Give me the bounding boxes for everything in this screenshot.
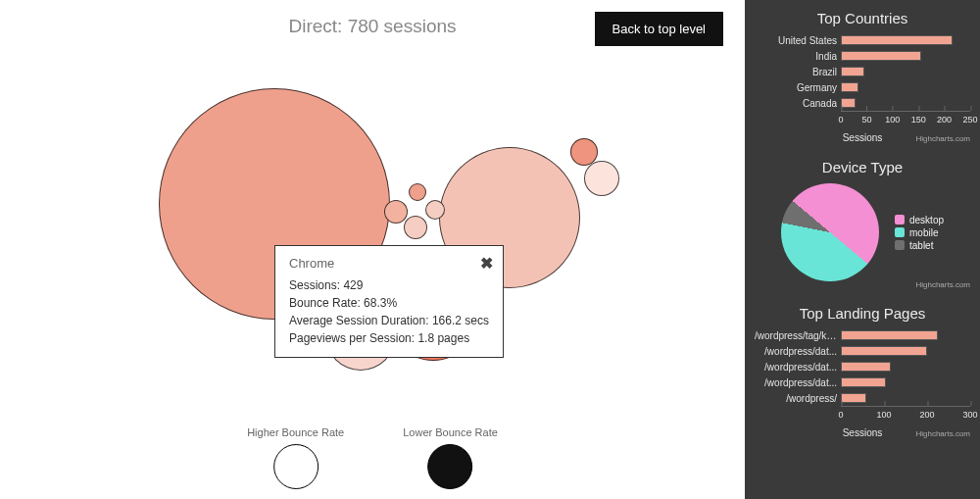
legend-lower-bounce: Lower Bounce Rate — [403, 426, 498, 489]
bar-label: /wordpress/ — [755, 393, 841, 404]
legend-circle-light — [273, 444, 318, 489]
axis-tick: 100 — [876, 407, 891, 420]
legend-higher-bounce: Higher Bounce Rate — [247, 426, 344, 489]
device-type-panel: Device Type desktopmobiletablet Highchar… — [745, 155, 980, 291]
table-row[interactable]: Germany — [755, 79, 970, 95]
axis-tick: 0 — [838, 407, 843, 420]
bar-fill — [841, 393, 866, 403]
bar-label: Germany — [755, 82, 841, 93]
legend-circle-dark — [428, 444, 473, 489]
legend-swatch — [895, 240, 905, 250]
panel-title-countries: Top Countries — [755, 10, 970, 26]
bar-label: Brazil — [755, 67, 841, 77]
legend-label: tablet — [909, 240, 933, 251]
tooltip: Chrome ✖ Sessions: 429 Bounce Rate: 68.3… — [274, 245, 504, 358]
table-row[interactable]: /wordpress/dat... — [755, 374, 970, 390]
legend-swatch — [895, 227, 905, 237]
table-row[interactable]: /wordpress/tag/kaggle/ — [755, 327, 970, 343]
table-row[interactable]: /wordpress/ — [755, 390, 970, 406]
highcharts-credit[interactable]: Highcharts.com — [915, 134, 970, 143]
close-icon[interactable]: ✖ — [480, 254, 493, 273]
bar-label: /wordpress/dat... — [755, 362, 841, 373]
bar-fill — [841, 377, 886, 387]
tooltip-duration: Average Session Duration: 166.2 secs — [289, 312, 489, 329]
axis-tick: 50 — [861, 112, 871, 125]
panel-title-device: Device Type — [755, 159, 970, 175]
legend-swatch — [895, 215, 905, 225]
axis-tick: 150 — [911, 112, 926, 125]
bubble-bubble-h[interactable] — [404, 216, 427, 239]
top-landing-chart[interactable]: /wordpress/tag/kaggle//wordpress/dat.../… — [755, 327, 970, 438]
axis-tick: 0 — [838, 112, 843, 125]
bar-label: /wordpress/dat... — [755, 346, 841, 357]
bar-fill — [841, 330, 938, 340]
table-row[interactable]: /wordpress/dat... — [755, 359, 970, 374]
legend-label: desktop — [909, 215, 944, 225]
top-countries-panel: Top Countries United StatesIndiaBrazilGe… — [745, 6, 980, 145]
bar-fill — [841, 67, 864, 76]
bar-label: /wordpress/dat... — [755, 377, 841, 388]
bar-label: United States — [755, 35, 841, 46]
axis-tick: 200 — [937, 112, 952, 125]
table-row[interactable]: Canada — [755, 95, 970, 111]
tooltip-title: Chrome — [289, 256, 489, 271]
highcharts-credit[interactable]: Highcharts.com — [915, 280, 970, 289]
bubble-bubble-j[interactable] — [409, 183, 426, 201]
tooltip-bounce: Bounce Rate: 68.3% — [289, 294, 489, 312]
bar-fill — [841, 51, 921, 61]
bar-fill — [841, 98, 856, 108]
bar-fill — [841, 346, 927, 356]
axis-tick: 100 — [885, 112, 900, 125]
device-legend: desktopmobiletablet — [895, 215, 944, 251]
tooltip-sessions: Sessions: 429 — [289, 276, 489, 294]
table-row[interactable]: Brazil — [755, 64, 970, 79]
top-landing-panel: Top Landing Pages /wordpress/tag/kaggle/… — [745, 301, 980, 440]
legend-item-desktop[interactable]: desktop — [895, 215, 944, 225]
legend-item-tablet[interactable]: tablet — [895, 240, 944, 251]
sidebar: Top Countries United StatesIndiaBrazilGe… — [745, 0, 980, 499]
panel-title-landing: Top Landing Pages — [755, 305, 970, 322]
bubble-bubble-g[interactable] — [384, 200, 408, 224]
table-row[interactable]: India — [755, 48, 970, 64]
legend-item-mobile[interactable]: mobile — [895, 227, 944, 238]
highcharts-credit[interactable]: Highcharts.com — [915, 429, 970, 438]
bar-fill — [841, 35, 953, 45]
bar-fill — [841, 362, 891, 372]
table-row[interactable]: United States — [755, 32, 970, 48]
top-countries-chart[interactable]: United StatesIndiaBrazilGermanyCanada050… — [755, 32, 970, 143]
axis-tick: 300 — [962, 407, 977, 420]
bar-label: /wordpress/tag/kaggle/ — [755, 330, 841, 341]
device-type-pie[interactable] — [781, 183, 879, 281]
bar-fill — [841, 82, 858, 92]
main-chart-area: Direct: 780 sessions Back to top level C… — [0, 0, 745, 499]
bar-label: Canada — [755, 98, 841, 109]
tooltip-pageviews: Pageviews per Session: 1.8 pages — [289, 329, 489, 347]
bubble-bubble-f[interactable] — [584, 161, 619, 196]
legend-label: mobile — [909, 227, 938, 238]
axis-tick: 200 — [919, 407, 934, 420]
bubble-bubble-i[interactable] — [425, 200, 445, 220]
bounce-rate-legend: Higher Bounce Rate Lower Bounce Rate — [247, 426, 498, 489]
table-row[interactable]: /wordpress/dat... — [755, 343, 970, 359]
axis-tick: 250 — [962, 112, 977, 125]
bar-label: India — [755, 51, 841, 62]
